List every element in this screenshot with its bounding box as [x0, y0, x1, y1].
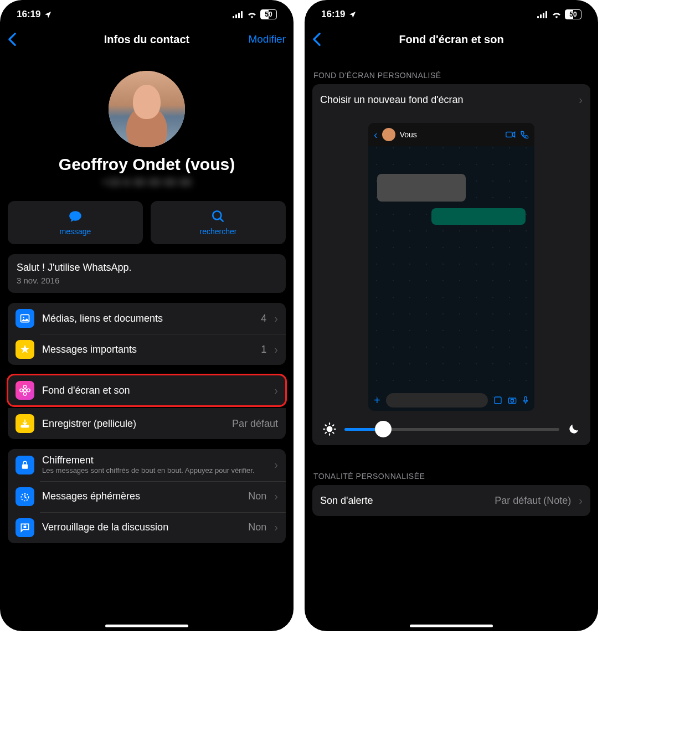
encryption-row[interactable]: Chiffrement Les messages sont chiffrés d… [8, 449, 286, 481]
preview-avatar [382, 128, 395, 141]
mic-icon [522, 396, 529, 405]
nav-title: Fond d'écran et son [357, 33, 546, 46]
wallpaper-row-card: Fond d'écran et son › [8, 375, 286, 406]
message-button[interactable]: message [8, 201, 143, 244]
svg-rect-14 [22, 464, 28, 468]
save-media-card: Enregistrer (pellicule) Par défaut [8, 408, 286, 439]
svg-rect-18 [540, 14, 542, 18]
wallpaper-card: Choisir un nouveau fond d'écran › ‹ Vous [312, 84, 590, 445]
timer-icon [16, 487, 34, 506]
svg-rect-22 [495, 397, 501, 404]
row-label: Enregistrer (pellicule) [42, 418, 224, 430]
status-card: Salut ! J'utilise WhatsApp. 3 nov. 2016 [8, 254, 286, 293]
row-subtitle: Les messages sont chiffrés de bout en bo… [42, 466, 266, 476]
chatlock-row[interactable]: Verrouillage de la discussion Non › [8, 512, 286, 543]
chevron-right-icon: › [274, 343, 278, 356]
row-label: Verrouillage de la discussion [42, 522, 240, 533]
location-arrow-icon [44, 11, 52, 19]
svg-rect-2 [238, 13, 240, 18]
svg-rect-21 [506, 132, 512, 137]
status-bar: 16:19 50 [0, 0, 294, 24]
preview-name: Vous [400, 130, 501, 139]
slider-thumb[interactable] [375, 421, 392, 437]
alert-sound-row[interactable]: Son d'alerte Par défaut (Note) › [312, 485, 590, 516]
row-value: Non [248, 522, 266, 533]
message-icon [68, 209, 83, 224]
preview-text-field [386, 393, 488, 408]
search-button[interactable]: rechercher [151, 201, 286, 244]
svg-point-10 [23, 393, 27, 396]
chat-lock-icon [16, 518, 34, 537]
row-label: Médias, liens et documents [42, 313, 253, 324]
svg-rect-20 [545, 11, 547, 18]
contact-avatar[interactable] [109, 71, 185, 147]
moon-icon [567, 422, 580, 436]
svg-line-34 [333, 425, 334, 426]
chevron-right-icon: › [274, 312, 278, 325]
cellular-icon [537, 11, 548, 18]
starred-row[interactable]: Messages importants 1 › [8, 334, 286, 365]
row-value: Non [248, 491, 266, 502]
wallpaper-sound-row[interactable]: Fond d'écran et son › [8, 375, 286, 406]
home-indicator[interactable] [105, 625, 188, 627]
svg-point-12 [27, 389, 30, 392]
svg-rect-1 [235, 14, 237, 18]
edit-button[interactable]: Modifier [241, 33, 286, 45]
tone-card: Son d'alerte Par défaut (Note) › [312, 485, 590, 516]
nav-bar: Fond d'écran et son [305, 24, 598, 54]
search-label: rechercher [200, 227, 237, 236]
battery-icon: 50 [565, 9, 581, 19]
phone-contact-info: 16:19 50 Infos du contact Modifier Geoff… [0, 0, 294, 631]
row-label: Fond d'écran et son [42, 385, 266, 396]
message-label: message [60, 227, 91, 236]
svg-rect-25 [524, 396, 527, 401]
wallpaper-preview[interactable]: ‹ Vous + [368, 123, 534, 411]
wifi-icon [552, 11, 562, 18]
home-indicator[interactable] [410, 625, 493, 627]
download-icon [16, 414, 34, 433]
flower-icon [16, 381, 34, 400]
sticker-icon [493, 396, 502, 405]
image-icon [16, 309, 34, 328]
star-icon [16, 340, 34, 359]
disappearing-row[interactable]: Messages éphémères Non › [8, 481, 286, 512]
security-group: Chiffrement Les messages sont chiffrés d… [8, 449, 286, 543]
svg-point-7 [23, 317, 24, 318]
contact-phone: +33 6 00 00 00 00 [8, 176, 286, 189]
chevron-right-icon: › [579, 94, 583, 106]
preview-input-bar: + [368, 390, 534, 411]
save-media-row[interactable]: Enregistrer (pellicule) Par défaut [8, 408, 286, 439]
brightness-control [312, 419, 590, 445]
row-value: Par défaut (Note) [495, 495, 571, 507]
chevron-right-icon: › [274, 384, 278, 397]
choose-wallpaper-row[interactable]: Choisir un nouveau fond d'écran › [312, 84, 590, 115]
contact-name: Geoffroy Ondet (vous) [8, 155, 286, 174]
wifi-icon [247, 11, 257, 18]
svg-point-26 [327, 426, 333, 432]
row-label: Choisir un nouveau fond d'écran [320, 94, 571, 106]
chevron-right-icon: › [274, 521, 278, 534]
chevron-right-icon: › [274, 490, 278, 503]
svg-line-33 [325, 432, 326, 434]
camera-icon [508, 396, 517, 404]
svg-line-31 [325, 425, 326, 426]
media-row[interactable]: Médias, liens et documents 4 › [8, 303, 286, 334]
media-group: Médias, liens et documents 4 › Messages … [8, 303, 286, 365]
row-label: Son d'alerte [320, 495, 487, 507]
svg-line-32 [333, 432, 334, 434]
brightness-slider[interactable] [344, 428, 559, 431]
sun-icon [322, 422, 337, 436]
svg-rect-0 [233, 16, 234, 18]
chevron-right-icon: › [274, 458, 278, 471]
back-button[interactable] [312, 32, 357, 47]
video-icon [506, 131, 516, 138]
status-bar: 16:19 50 [305, 0, 598, 24]
section-header-tone: Tonalité personnalisée [305, 455, 598, 485]
row-value: 1 [261, 344, 266, 355]
bubble-outgoing [431, 208, 526, 225]
back-button[interactable] [8, 32, 52, 47]
row-label: Messages importants [42, 344, 253, 355]
lock-icon [16, 456, 34, 475]
svg-line-5 [220, 218, 223, 221]
svg-point-24 [511, 399, 513, 402]
